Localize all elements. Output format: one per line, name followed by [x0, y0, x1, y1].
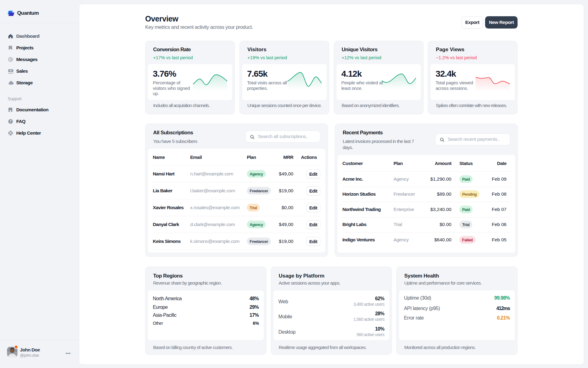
- svg-text:?: ?: [9, 120, 11, 123]
